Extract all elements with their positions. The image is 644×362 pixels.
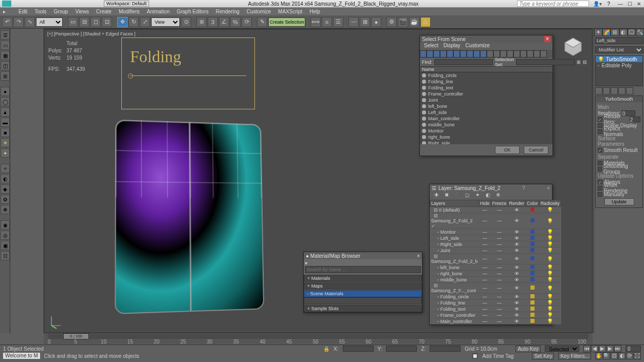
- update-always-radio[interactable]: [598, 180, 602, 184]
- close-icon[interactable]: ×: [547, 185, 550, 191]
- f17[interactable]: [527, 50, 533, 58]
- tab-display[interactable]: 🖵: [628, 29, 636, 36]
- app-menu-icon[interactable]: ▸: [3, 9, 11, 14]
- close-button[interactable]: ✕: [636, 1, 642, 7]
- tab-display[interactable]: Display: [444, 43, 461, 50]
- frame-field[interactable]: 0: [625, 346, 641, 352]
- goto-start-button[interactable]: ⏮: [583, 345, 591, 352]
- selection-set-combo[interactable]: [516, 59, 575, 65]
- rollup-header[interactable]: TurboSmooth: [596, 96, 642, 102]
- f9[interactable]: [473, 50, 480, 58]
- schematic-button[interactable]: ⊞: [360, 17, 370, 27]
- new-layer-button[interactable]: ✚: [433, 192, 440, 199]
- plane-icon[interactable]: ▬: [1, 118, 10, 127]
- f18[interactable]: [533, 50, 540, 58]
- scene-item[interactable]: Folding_line: [420, 79, 553, 85]
- del-layer-button[interactable]: ✖: [443, 192, 450, 199]
- f19[interactable]: [540, 50, 547, 58]
- render-frame-button[interactable]: 🎬: [398, 17, 408, 27]
- stack-turbosmooth[interactable]: 💡TurboSmooth: [596, 56, 642, 62]
- render-iters-spinner[interactable]: 2: [630, 117, 640, 122]
- scene-item[interactable]: Right_side: [420, 140, 553, 144]
- scene-item[interactable]: Left_side: [420, 109, 553, 116]
- make-unique-button[interactable]: [611, 87, 618, 94]
- nav-zoomext-button[interactable]: ⊡: [611, 352, 618, 359]
- folding-controller[interactable]: Folding: [121, 37, 255, 109]
- highlight-button[interactable]: ✦: [474, 192, 481, 199]
- scene-item[interactable]: middle_bone: [420, 122, 553, 128]
- tool-c[interactable]: ◆: [1, 184, 10, 194]
- spinner-snap-button[interactable]: ⟳: [242, 17, 252, 27]
- layer-row[interactable]: ◦ Left_side——👁💡: [430, 235, 561, 241]
- undo-button[interactable]: ↶: [2, 17, 12, 27]
- nav-orbit-button[interactable]: ⟳: [626, 352, 633, 359]
- scene-item[interactable]: Folding_circle: [420, 72, 553, 79]
- named-selection-combo[interactable]: [268, 17, 305, 27]
- ref-coord-combo[interactable]: View: [151, 17, 180, 27]
- layer-row[interactable]: ◦ Monitor——👁💡: [430, 229, 561, 235]
- tool-g[interactable]: ◎: [1, 231, 10, 240]
- render-button[interactable]: ☕: [409, 17, 419, 27]
- edit-named-sel-button[interactable]: ✎: [257, 17, 267, 27]
- pin-stack-button[interactable]: [595, 87, 602, 94]
- menu-maxscript[interactable]: MAXScript: [278, 9, 302, 14]
- mirror-button[interactable]: ⟺: [310, 17, 321, 27]
- help-icon[interactable]: ?: [607, 1, 610, 7]
- ltool-4[interactable]: ◫: [1, 61, 10, 70]
- add-time-tag[interactable]: Add Time Tag: [482, 353, 513, 359]
- f6[interactable]: [453, 50, 460, 58]
- scene-item[interactable]: Joint: [420, 97, 553, 103]
- ltool-2[interactable]: ▭: [1, 41, 10, 50]
- prev-frame-button[interactable]: ◀: [591, 345, 598, 352]
- manip-button[interactable]: ⊛: [196, 17, 207, 27]
- curve-editor-button[interactable]: 〰: [348, 17, 359, 27]
- tab-create[interactable]: ✦: [594, 29, 602, 36]
- close-icon[interactable]: ×: [544, 36, 550, 42]
- layer-row[interactable]: ◦ Folding_line——👁💡: [430, 300, 561, 306]
- menu-group[interactable]: Group: [54, 9, 68, 14]
- light-icon[interactable]: ☀: [1, 138, 10, 147]
- redo-button[interactable]: ↷: [13, 17, 24, 27]
- scale-button[interactable]: ⤢: [140, 17, 150, 27]
- cat-scene-materials[interactable]: - Scene Materials: [304, 290, 422, 297]
- freeze-button[interactable]: ❄: [494, 192, 502, 199]
- update-render-radio[interactable]: [598, 186, 602, 190]
- z-field[interactable]: [430, 346, 461, 352]
- move-button[interactable]: ✥: [117, 17, 127, 27]
- layer-row[interactable]: ◦ Joint——👁💡: [430, 247, 561, 254]
- menu-tools[interactable]: Tools: [34, 9, 46, 14]
- smooth-result-check[interactable]: [598, 148, 602, 153]
- f16[interactable]: [520, 50, 527, 58]
- col-radiosity[interactable]: Radiosity: [539, 200, 561, 207]
- folding-slider[interactable]: [130, 75, 246, 76]
- workspace-combo[interactable]: Workspace: Default: [104, 1, 149, 7]
- update-button[interactable]: Update: [604, 198, 634, 205]
- cone-icon[interactable]: ▲: [1, 107, 10, 117]
- object-name-field[interactable]: [595, 37, 643, 44]
- menu-create[interactable]: Create: [96, 9, 112, 14]
- f11[interactable]: [487, 50, 493, 58]
- cat-maps[interactable]: + Maps: [304, 282, 422, 290]
- autokey-button[interactable]: Auto Key: [516, 346, 541, 352]
- f2[interactable]: [427, 50, 433, 58]
- tool-b[interactable]: ◐: [1, 174, 10, 183]
- scene-item[interactable]: Main_controller: [420, 116, 553, 122]
- col-color[interactable]: Color: [526, 200, 540, 207]
- ok-button[interactable]: OK: [495, 146, 520, 154]
- rotate-button[interactable]: ↻: [128, 17, 139, 27]
- viewcube-icon[interactable]: [561, 34, 585, 58]
- cat-sample-slots[interactable]: + Sample Slots: [304, 305, 422, 312]
- explicit-normals-check[interactable]: [598, 129, 602, 134]
- y-field[interactable]: [386, 346, 417, 352]
- layer-row[interactable]: ◦ Frame_controller——👁💡: [430, 312, 561, 318]
- material-search-input[interactable]: [305, 266, 421, 273]
- tool-a[interactable]: ✧: [1, 164, 10, 173]
- layer-row[interactable]: ◦ Folding_text——👁💡: [430, 306, 561, 312]
- tool-f[interactable]: ◉: [1, 220, 10, 230]
- next-frame-button[interactable]: ▶: [606, 345, 614, 352]
- angle-snap-button[interactable]: ∠: [219, 17, 229, 27]
- modifier-list-combo[interactable]: Modifier List: [595, 46, 643, 53]
- cancel-button[interactable]: Cancel: [524, 146, 548, 154]
- layer-row[interactable]: ◦ Folding_circle——👁💡: [430, 294, 561, 300]
- scene-item[interactable]: Monitor: [420, 128, 553, 134]
